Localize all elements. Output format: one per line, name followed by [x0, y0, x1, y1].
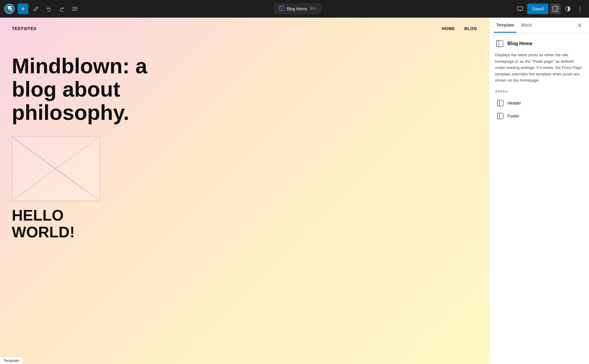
svg-rect-4 [279, 6, 284, 11]
areas-label: AREAS [495, 90, 583, 93]
edit-button[interactable] [31, 4, 41, 14]
template-pill-shortcut: ⌘K [310, 6, 316, 11]
template-pill-icon [279, 6, 284, 12]
svg-rect-6 [517, 7, 523, 10]
svg-point-14 [580, 10, 581, 11]
svg-rect-21 [497, 100, 503, 106]
svg-point-12 [580, 6, 581, 7]
canvas-bottom-label: Template [0, 357, 23, 364]
template-pill-name: Blog Home [287, 6, 307, 11]
canvas-post-area [0, 136, 489, 201]
template-pill[interactable]: Blog Home ⌘K [274, 4, 321, 14]
canvas-footer-text: HELLO WORLD! [0, 201, 489, 241]
sidebar-tabs: Template Block [489, 18, 589, 33]
canvas-hero: Mindblown: a blog about philosophy. [0, 31, 489, 136]
template-name: Blog Home [507, 41, 532, 46]
svg-rect-23 [497, 113, 503, 119]
area-name-footer: Footer [507, 114, 519, 118]
site-title: TESTSITE3 [12, 26, 36, 31]
nav-link-home[interactable]: HOME [442, 26, 455, 31]
area-icon-footer [496, 112, 504, 120]
undo-button[interactable] [44, 4, 54, 14]
svg-rect-9 [553, 6, 558, 11]
area-item-header[interactable]: Header [495, 97, 583, 110]
redo-button[interactable] [57, 4, 67, 14]
hero-title: Mindblown: a blog about philosophy. [12, 54, 188, 125]
area-item-footer[interactable]: Footer [495, 110, 583, 123]
svg-point-13 [580, 8, 581, 9]
topbar-right: Saved [515, 4, 585, 14]
svg-rect-22 [497, 100, 499, 106]
contrast-button[interactable] [562, 4, 573, 14]
nav-link-blog[interactable]: BLOG [464, 26, 477, 31]
footer-heading-line1: HELLO [12, 207, 477, 224]
canvas: TESTSITE3 HOME BLOG Mindblown: a blog ab… [0, 18, 489, 364]
sidebar: Template Block Blog Home [489, 18, 589, 364]
sidebar-toggle-button[interactable] [550, 4, 561, 14]
desktop-view-button[interactable] [515, 4, 525, 14]
tab-block[interactable]: Block [519, 18, 535, 33]
wp-logo[interactable] [4, 3, 15, 15]
svg-rect-20 [497, 40, 499, 47]
saved-button[interactable]: Saved [527, 4, 548, 14]
template-description: Displays the latest posts as either the … [495, 52, 583, 84]
footer-heading-line2: WORLD! [12, 224, 477, 241]
sidebar-close-button[interactable] [575, 21, 584, 30]
area-icon-header [496, 99, 504, 107]
canvas-nav: TESTSITE3 HOME BLOG [0, 18, 489, 31]
add-button[interactable]: + [18, 4, 28, 14]
more-options-button[interactable] [575, 4, 585, 14]
post-placeholder [12, 136, 100, 201]
topbar-center: Blog Home ⌘K [82, 4, 512, 14]
area-name-header: Header [507, 101, 521, 105]
topbar: + [0, 0, 589, 18]
list-view-button[interactable] [70, 4, 80, 14]
tab-template[interactable]: Template [494, 18, 517, 33]
main-area: TESTSITE3 HOME BLOG Mindblown: a blog ab… [0, 18, 589, 364]
template-header-icon [495, 39, 504, 48]
svg-rect-19 [497, 40, 503, 47]
svg-rect-24 [497, 113, 499, 119]
svg-rect-5 [279, 6, 281, 11]
nav-links: HOME BLOG [442, 26, 477, 31]
template-header: Blog Home [495, 39, 583, 48]
sidebar-content: Blog Home Displays the latest posts as e… [489, 33, 589, 364]
